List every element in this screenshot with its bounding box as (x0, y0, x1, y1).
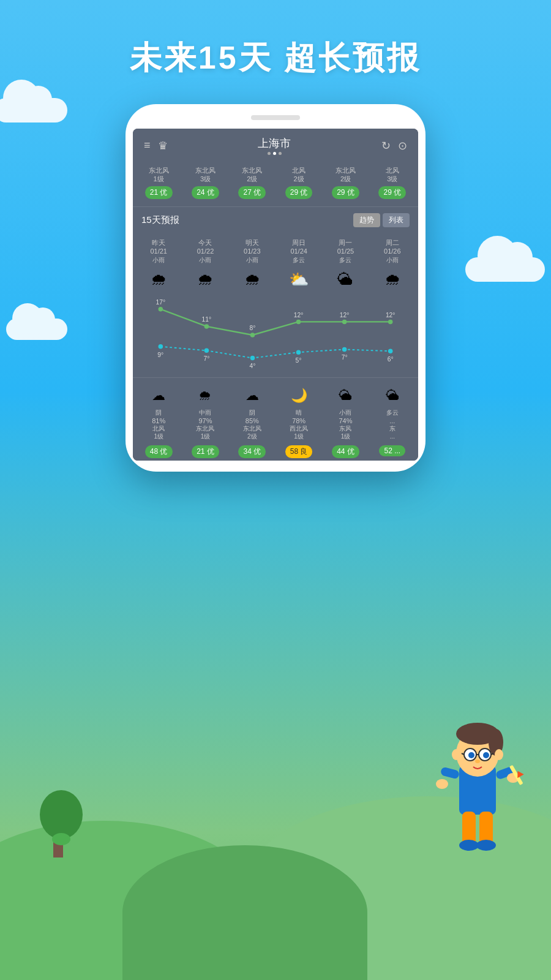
aqi-row: 东北风1级 21 优 东北风3级 24 优 东北风2级 27 优 北风2级 29… (133, 159, 418, 207)
night-icon-3: 🌙 (276, 385, 322, 406)
day-forecast-grid: 昨天 01/21 小雨 🌧 今天 01/22 小雨 🌧 明天 01/23 小雨 … (133, 233, 418, 298)
character (429, 698, 527, 870)
phone-speaker (251, 115, 300, 120)
menu-icon[interactable]: ≡ (144, 139, 151, 152)
grass-hill-3 (122, 845, 367, 980)
svg-text:6°: 6° (388, 356, 394, 363)
svg-point-14 (204, 349, 209, 353)
svg-text:12°: 12° (386, 312, 395, 318)
svg-point-6 (296, 320, 301, 325)
svg-text:11°: 11° (202, 316, 212, 323)
day-label-1: 今天 (182, 238, 228, 247)
day-date-5: 01/26 (369, 247, 416, 255)
aqi-wind-4: 东北风2级 (323, 166, 367, 184)
aqi-wind-0: 东北风1级 (137, 166, 181, 184)
svg-point-12 (159, 344, 163, 349)
day-icon-4: 🌥 (322, 267, 369, 293)
day-icon-0: 🌧 (135, 267, 182, 293)
night-percent-2: 85% (229, 417, 276, 424)
aqi-col-4: 东北风2级 29 优 (322, 164, 369, 202)
aqi-col-2: 东北风2级 27 优 (229, 164, 276, 202)
svg-point-30 (468, 752, 474, 758)
svg-text:7°: 7° (203, 355, 209, 362)
night-wind-5: 东... (369, 424, 416, 440)
svg-text:4°: 4° (250, 363, 256, 369)
svg-point-8 (342, 320, 347, 325)
svg-point-16 (250, 356, 255, 361)
night-badge-0: 48 优 (145, 445, 173, 458)
day-col-4: 周一 01/25 多云 🌥 (322, 238, 369, 295)
svg-text:9°: 9° (157, 352, 163, 358)
aqi-wind-5: 北风3级 (370, 166, 414, 184)
cloud-2 (6, 318, 67, 340)
svg-point-4 (250, 333, 255, 337)
crown-icon[interactable]: ♛ (158, 139, 168, 153)
svg-point-31 (483, 752, 489, 758)
night-condition-0: 阴 (135, 409, 182, 417)
temp-chart: 17°11°8°12°12°12°9°7°4°5°7°6° (133, 298, 418, 377)
aqi-col-5: 北风3级 29 优 (369, 164, 416, 202)
night-col-3: 🌙 晴 78% 西北风1级 58 良 (276, 383, 322, 458)
night-badge-1: 21 优 (192, 445, 219, 458)
day-col-0: 昨天 01/21 小雨 🌧 (135, 238, 182, 295)
aqi-badge-2: 27 优 (238, 186, 266, 199)
forecast-tabs: 趋势列表 (353, 213, 410, 227)
day-date-4: 01/25 (322, 247, 369, 255)
tree (37, 790, 80, 858)
aqi-wind-3: 北风2级 (277, 166, 321, 184)
night-wind-4: 东风1级 (322, 424, 369, 440)
tree-bush (52, 833, 70, 845)
dot-1 (268, 152, 271, 155)
aqi-badge-0: 21 优 (145, 186, 173, 199)
day-label-2: 明天 (229, 238, 276, 247)
night-condition-3: 晴 (276, 409, 322, 417)
svg-point-47 (476, 840, 496, 851)
night-badge-3: 58 良 (285, 445, 313, 458)
night-wind-1: 东北风1级 (182, 424, 228, 440)
night-condition-4: 小雨 (322, 409, 369, 417)
svg-text:8°: 8° (250, 325, 256, 331)
clock-icon[interactable]: ⊙ (398, 139, 407, 153)
night-col-1: 🌧 中雨 97% 东北风1级 21 优 (182, 383, 228, 458)
svg-point-0 (159, 307, 163, 312)
night-percent-3: 78% (276, 417, 322, 424)
aqi-wind-1: 东北风3级 (183, 166, 227, 184)
aqi-col-3: 北风2级 29 优 (276, 164, 322, 202)
day-condition-1: 小雨 (182, 256, 228, 265)
day-label-4: 周一 (322, 238, 369, 247)
svg-point-37 (495, 749, 503, 760)
aqi-badge-3: 29 优 (285, 186, 313, 199)
night-badge-2: 34 优 (238, 445, 266, 458)
night-icon-1: 🌧 (182, 385, 228, 406)
day-condition-5: 小雨 (369, 256, 416, 265)
night-condition-1: 中雨 (182, 409, 228, 417)
day-col-3: 周日 01/24 多云 ⛅ (276, 238, 322, 295)
night-percent-1: 97% (182, 417, 228, 424)
aqi-badge-5: 29 优 (378, 186, 406, 199)
svg-point-46 (459, 840, 479, 851)
forecast-header: 15天预报 趋势列表 (133, 207, 418, 233)
night-percent-0: 81% (135, 417, 182, 424)
night-icon-5: 🌥 (369, 385, 416, 406)
forecast-tab-列表[interactable]: 列表 (383, 213, 410, 227)
night-badge-4: 44 优 (332, 445, 359, 458)
svg-text:5°: 5° (296, 357, 302, 364)
night-col-0: ☁ 阴 81% 北风1级 48 优 (135, 383, 182, 458)
day-icon-2: 🌧 (229, 267, 276, 293)
day-condition-2: 小雨 (229, 256, 276, 265)
svg-point-36 (452, 749, 460, 760)
svg-point-22 (388, 349, 393, 354)
topbar: ≡ ♛ 上海市 ↻ ⊙ (133, 129, 418, 159)
night-condition-2: 阴 (229, 409, 276, 417)
day-condition-4: 多云 (322, 256, 369, 265)
night-col-2: ☁ 阴 85% 东北风2级 34 优 (229, 383, 276, 458)
tree-top (40, 790, 83, 839)
night-icon-2: ☁ (229, 385, 276, 406)
day-col-2: 明天 01/23 小雨 🌧 (229, 238, 276, 295)
svg-text:17°: 17° (156, 299, 166, 306)
forecast-tab-趋势[interactable]: 趋势 (353, 213, 380, 227)
refresh-icon[interactable]: ↻ (381, 139, 391, 153)
svg-text:12°: 12° (340, 312, 350, 318)
phone-screen: ≡ ♛ 上海市 ↻ ⊙ 东北风1级 21 优 (133, 129, 418, 461)
dot-3 (279, 152, 282, 155)
